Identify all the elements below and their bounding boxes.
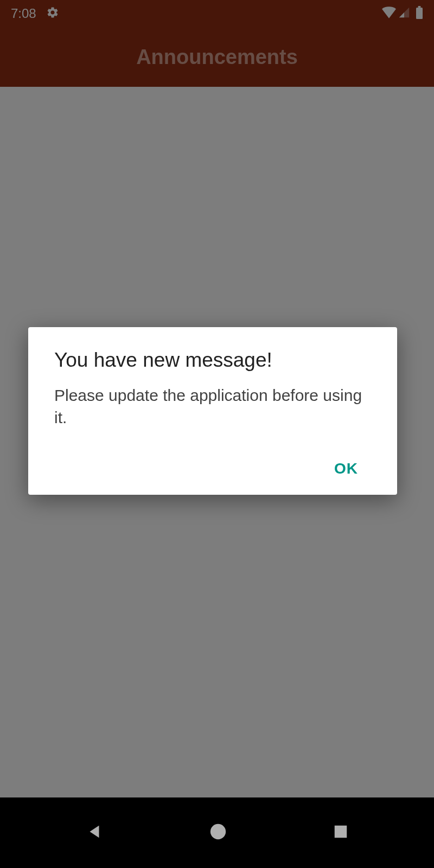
- ok-button[interactable]: OK: [326, 456, 367, 482]
- svg-rect-3: [335, 826, 347, 838]
- navigation-bar: [0, 797, 434, 868]
- recent-apps-icon[interactable]: [333, 824, 349, 842]
- home-icon[interactable]: [209, 822, 227, 843]
- dialog-message: Please update the application before usi…: [54, 385, 371, 429]
- svg-point-2: [210, 824, 226, 839]
- dialog-actions: OK: [54, 456, 371, 482]
- alert-dialog: You have new message! Please update the …: [28, 327, 397, 495]
- back-icon[interactable]: [85, 822, 104, 843]
- dialog-title: You have new message!: [54, 349, 371, 372]
